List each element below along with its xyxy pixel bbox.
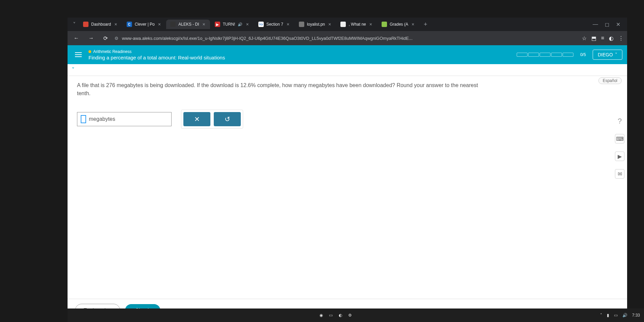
address-bar[interactable]: ⚙ www-awa.aleks.com/alekscgi/x/Isl.exe/1…: [114, 36, 578, 41]
close-icon[interactable]: ×: [157, 22, 161, 27]
help-button[interactable]: ?: [615, 116, 624, 126]
favicon-aleks: [170, 22, 176, 27]
tab-label: TURN!: [223, 22, 235, 27]
taskbar-settings-icon[interactable]: ⚙: [348, 313, 352, 318]
favicon-loyalist: [299, 22, 304, 27]
menu-button[interactable]: [72, 50, 84, 60]
page-title: Finding a percentage of a total amount: …: [88, 55, 225, 60]
tab-label: Dashboard: [91, 22, 111, 27]
window-close-icon[interactable]: ✕: [616, 21, 620, 28]
favicon-turn: ▶: [215, 22, 220, 27]
browser-menu-icon[interactable]: ⋮: [618, 35, 624, 42]
message-button[interactable]: ✉: [615, 169, 624, 179]
new-tab-button[interactable]: +: [420, 21, 432, 28]
tab-section7[interactable]: TCI Section 7 ×: [254, 20, 294, 29]
tab-label: Section 7: [266, 22, 283, 27]
tab-whatnext[interactable]: , What ne ×: [336, 20, 377, 29]
progress-count: 0/5: [580, 52, 586, 57]
favicon-clever: C: [127, 22, 132, 27]
user-menu-button[interactable]: DIEGO ˅: [593, 50, 622, 60]
close-icon[interactable]: ×: [245, 22, 249, 27]
windows-taskbar: ◉ ▭ ◐ ⚙ ˄ ▮ ▭ 🔊 7:33: [68, 308, 644, 322]
tab-dashboard[interactable]: Dashboard ×: [79, 20, 122, 29]
minimize-icon[interactable]: —: [593, 21, 598, 28]
tab-turn[interactable]: ▶ TURN! 🔊 ×: [211, 20, 254, 29]
bookmark-icon[interactable]: ☆: [582, 35, 587, 42]
reload-button[interactable]: ⟳: [101, 34, 110, 43]
favicon-whatnext: [340, 22, 346, 27]
clear-button[interactable]: ✕: [183, 112, 210, 126]
taskbar-app-icon[interactable]: ◐: [339, 313, 342, 318]
url-text: www-awa.aleks.com/alekscgi/x/Isl.exe/1o_…: [122, 36, 413, 41]
tab-label: ALEKS - DI: [178, 22, 199, 27]
video-button[interactable]: ▶: [615, 152, 624, 161]
site-settings-icon[interactable]: ⚙: [114, 36, 119, 41]
tray-wifi-icon[interactable]: ▭: [614, 313, 618, 318]
tray-battery-icon[interactable]: ▮: [607, 313, 609, 318]
calculator-button[interactable]: ⌨: [615, 134, 624, 143]
maximize-icon[interactable]: ◻: [605, 21, 609, 28]
tab-scroll-icon[interactable]: ˅: [70, 21, 78, 28]
favicon-dashboard: [83, 22, 88, 27]
answer-input[interactable]: megabytes: [77, 112, 172, 126]
browser-nav-bar: ← → ⟳ ⚙ www-awa.aleks.com/alekscgi/x/Isl…: [68, 31, 627, 45]
close-icon[interactable]: ×: [202, 22, 206, 27]
app-header: Arithmetic Readiness Finding a percentag…: [68, 45, 627, 64]
tab-clever[interactable]: C Clever | Po ×: [123, 20, 165, 29]
taskbar-app-icon[interactable]: ▭: [329, 313, 333, 318]
close-icon[interactable]: ×: [411, 22, 415, 27]
category-label: Arithmetic Readiness: [88, 49, 225, 54]
tray-chevron-icon[interactable]: ˄: [600, 313, 602, 318]
browser-tab-strip: ˅ Dashboard × C Clever | Po × ALEKS - DI…: [68, 18, 627, 31]
tab-label: Grades (A: [390, 22, 408, 27]
close-icon[interactable]: ×: [369, 22, 373, 27]
profile-icon[interactable]: ◐: [609, 35, 614, 42]
tab-aleks[interactable]: ALEKS - DI ×: [166, 20, 210, 29]
tab-label: , What ne: [349, 22, 366, 27]
tab-label: loyalist.pn: [307, 22, 325, 27]
answer-tool-group: ✕ ↺: [181, 110, 243, 129]
chevron-down-icon: ˅: [615, 52, 617, 57]
question-text: A file that is 276 megabytes is being do…: [77, 81, 482, 98]
status-dot-icon: [88, 50, 91, 53]
taskbar-clock[interactable]: 7:33: [632, 313, 640, 318]
answer-unit-label: megabytes: [89, 116, 115, 122]
language-button[interactable]: Español: [598, 77, 622, 84]
back-button[interactable]: ←: [71, 34, 82, 43]
favicon-tci: TCI: [258, 22, 264, 27]
collapse-toggle[interactable]: ˅: [72, 66, 75, 73]
close-icon[interactable]: ×: [286, 22, 290, 27]
answer-placeholder-box[interactable]: [81, 115, 86, 123]
reset-button[interactable]: ↺: [214, 112, 241, 126]
favicon-grades: [382, 22, 387, 27]
extension-icon[interactable]: ⬒: [591, 35, 596, 42]
tab-loyalist[interactable]: loyalist.pn ×: [295, 20, 336, 29]
forward-button[interactable]: →: [86, 34, 97, 43]
audio-icon: 🔊: [238, 22, 242, 27]
close-icon[interactable]: ×: [114, 22, 118, 27]
tab-label: Clever | Po: [135, 22, 155, 27]
tray-volume-icon[interactable]: 🔊: [622, 313, 627, 318]
progress-indicator: [517, 53, 573, 57]
reading-list-icon[interactable]: ≡: [601, 35, 604, 41]
taskbar-app-icon[interactable]: ◉: [319, 313, 323, 318]
close-icon[interactable]: ×: [328, 22, 332, 27]
tab-grades[interactable]: Grades (A ×: [378, 20, 419, 29]
